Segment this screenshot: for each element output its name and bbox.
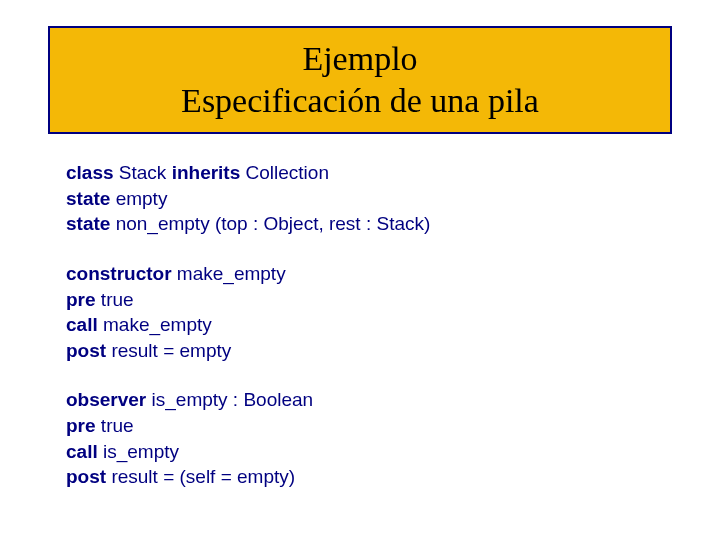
keyword-pre: pre <box>66 289 96 310</box>
observer-post-line: post result = (self = empty) <box>66 464 656 490</box>
title-line-2: Especificación de una pila <box>181 82 539 119</box>
constructor-call-value: make_empty <box>103 314 212 335</box>
keyword-inherits: inherits <box>172 162 241 183</box>
constructor-call-line: call make_empty <box>66 312 656 338</box>
keyword-call: call <box>66 441 98 462</box>
observer-post-value: result = (self = empty) <box>111 466 295 487</box>
constructor-name: make_empty <box>177 263 286 284</box>
keyword-post: post <box>66 466 106 487</box>
observer-block: observer is_empty : Boolean pre true cal… <box>66 387 656 490</box>
keyword-post: post <box>66 340 106 361</box>
superclass-name: Collection <box>246 162 329 183</box>
constructor-post-value: result = empty <box>111 340 231 361</box>
constructor-pre-value: true <box>101 289 134 310</box>
class-name: Stack <box>119 162 167 183</box>
state-nonempty-line: state non_empty (top : Object, rest : St… <box>66 211 656 237</box>
constructor-block: constructor make_empty pre true call mak… <box>66 261 656 364</box>
class-declaration: class Stack inherits Collection <box>66 160 656 186</box>
title-box: Ejemplo Especificación de una pila <box>48 26 672 134</box>
keyword-class: class <box>66 162 114 183</box>
observer-call-line: call is_empty <box>66 439 656 465</box>
state-nonempty-text: non_empty (top : Object, rest : Stack) <box>116 213 431 234</box>
state-empty-line: state empty <box>66 186 656 212</box>
constructor-pre-line: pre true <box>66 287 656 313</box>
class-and-states-block: class Stack inherits Collection state em… <box>66 160 656 237</box>
constructor-declaration: constructor make_empty <box>66 261 656 287</box>
keyword-pre: pre <box>66 415 96 436</box>
observer-declaration: observer is_empty : Boolean <box>66 387 656 413</box>
keyword-constructor: constructor <box>66 263 172 284</box>
observer-pre-line: pre true <box>66 413 656 439</box>
keyword-observer: observer <box>66 389 146 410</box>
keyword-state: state <box>66 188 110 209</box>
observer-pre-value: true <box>101 415 134 436</box>
specification-body: class Stack inherits Collection state em… <box>66 160 656 490</box>
keyword-state: state <box>66 213 110 234</box>
title-line-1: Ejemplo <box>302 40 417 77</box>
constructor-post-line: post result = empty <box>66 338 656 364</box>
slide: Ejemplo Especificación de una pila class… <box>0 0 720 540</box>
keyword-call: call <box>66 314 98 335</box>
observer-call-value: is_empty <box>103 441 179 462</box>
observer-name: is_empty : Boolean <box>152 389 314 410</box>
state-empty-text: empty <box>116 188 168 209</box>
slide-title: Ejemplo Especificación de una pila <box>181 38 539 123</box>
